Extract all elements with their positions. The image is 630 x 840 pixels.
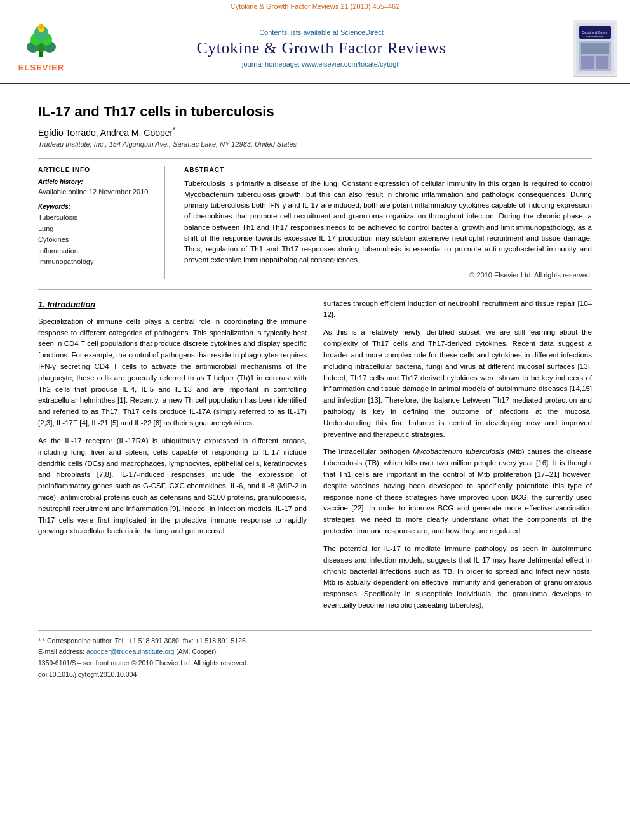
history-label: Article history: <box>38 178 154 185</box>
journal-cover-thumbnail: Cytokine & Growth Factor Reviews <box>573 20 617 77</box>
footer-email-note: (AM. Cooper). <box>176 648 218 655</box>
keyword-4: Inflammation <box>38 246 154 257</box>
body-para-6: The potential for IL-17 to mediate immun… <box>323 543 592 611</box>
contents-available-line: Contents lists available at ScienceDirec… <box>70 29 573 36</box>
journal-header-center: Contents lists available at ScienceDirec… <box>70 29 573 68</box>
article-history: Article history: Available online 12 Nov… <box>38 178 154 197</box>
author-names: Egídio Torrado, Andrea M. Cooper <box>38 128 173 138</box>
elsevier-tree-icon <box>19 24 64 59</box>
svg-rect-14 <box>581 43 609 54</box>
section1-heading: 1. Introduction <box>38 298 307 311</box>
journal-citation-text: Cytokine & Growth Factor Reviews 21 (201… <box>231 3 400 10</box>
body-para-4: As this is a relatively newly identified… <box>323 327 592 440</box>
journal-homepage: journal homepage: www.elsevier.com/locat… <box>70 60 573 68</box>
footer-email-address[interactable]: acooper@trudeauinstitute.org <box>86 648 175 655</box>
elsevier-logo: ELSEVIER <box>13 24 70 72</box>
abstract-text: Tuberculosis is primarily a disease of t… <box>184 178 592 266</box>
body-para-2: As the IL-17 receptor (IL-17RA) is ubiqu… <box>38 436 307 537</box>
article-info-heading: ARTICLE INFO <box>38 166 154 173</box>
article-info-column: ARTICLE INFO Article history: Available … <box>38 166 165 279</box>
footer-email-label: E-mail address: <box>38 648 84 655</box>
footer-issn: 1359-6101/$ – see front matter © 2010 El… <box>38 658 592 668</box>
footer-doi: doi:10.1016/j.cytogfr.2010.10.004 <box>38 670 592 679</box>
keyword-2: Lung <box>38 223 154 235</box>
keywords-section: Keywords: Tuberculosis Lung Cytokines In… <box>38 203 154 268</box>
homepage-label: journal homepage: www.elsevier.com/locat… <box>242 60 401 68</box>
keywords-label: Keywords: <box>38 203 154 210</box>
article-title: IL-17 and Th17 cells in tuberculosis <box>38 103 592 120</box>
footer-notes: * * Corresponding author. Tel.: +1 518 8… <box>38 630 592 679</box>
keyword-3: Cytokines <box>38 234 154 246</box>
contents-label: Contents lists available at <box>259 29 338 36</box>
svg-point-8 <box>39 24 43 29</box>
journal-citation-bar: Cytokine & Growth Factor Reviews 21 (201… <box>0 0 630 13</box>
elsevier-wordmark: ELSEVIER <box>13 63 70 72</box>
cover-image-svg: Cytokine & Growth Factor Reviews <box>576 23 614 74</box>
authors-line: Egídio Torrado, Andrea M. Cooper* <box>38 126 592 138</box>
svg-rect-15 <box>581 56 594 69</box>
abstract-heading: ABSTRACT <box>184 166 592 173</box>
keyword-1: Tuberculosis <box>38 212 154 223</box>
section-divider <box>38 289 592 290</box>
main-content: IL-17 and Th17 cells in tuberculosis Egí… <box>0 84 630 694</box>
journal-title: Cytokine & Growth Factor Reviews <box>70 39 573 58</box>
journal-header: ELSEVIER Contents lists available at Sci… <box>0 13 630 84</box>
footer-email: E-mail address: acooper@trudeauinstitute… <box>38 647 592 657</box>
sciencedirect-link[interactable]: ScienceDirect <box>340 29 384 36</box>
affiliation: Trudeau Institute, Inc., 154 Algonquin A… <box>38 140 592 148</box>
body-content: 1. Introduction Specialization of immune… <box>38 298 592 618</box>
footer-star: * <box>38 637 41 644</box>
svg-rect-16 <box>596 56 608 69</box>
body-left-column: 1. Introduction Specialization of immune… <box>38 298 307 618</box>
keywords-list: Tuberculosis Lung Cytokines Inflammation… <box>38 212 154 268</box>
footer-corresponding: * * Corresponding author. Tel.: +1 518 8… <box>38 636 592 646</box>
svg-text:Cytokine & Growth: Cytokine & Growth <box>582 30 608 34</box>
body-para-5: The intracellular pathogen Mycobacterium… <box>323 446 592 537</box>
body-para-1: Specialization of immune cells plays a c… <box>38 316 307 429</box>
corresponding-marker: * <box>173 126 175 133</box>
abstract-column: ABSTRACT Tuberculosis is primarily a dis… <box>184 166 592 279</box>
svg-text:Factor Reviews: Factor Reviews <box>586 35 604 38</box>
info-abstract-section: ARTICLE INFO Article history: Available … <box>38 158 592 279</box>
copyright-line: © 2010 Elsevier Ltd. All rights reserved… <box>184 271 592 279</box>
keyword-5: Immunopathology <box>38 257 154 268</box>
body-right-column: surfaces through efficient induction of … <box>323 298 592 618</box>
available-online: Available online 12 November 2010 <box>38 187 154 197</box>
body-para-3: surfaces through efficient induction of … <box>323 298 592 321</box>
footer-corresponding-text: * Corresponding author. Tel.: +1 518 891… <box>43 637 248 644</box>
